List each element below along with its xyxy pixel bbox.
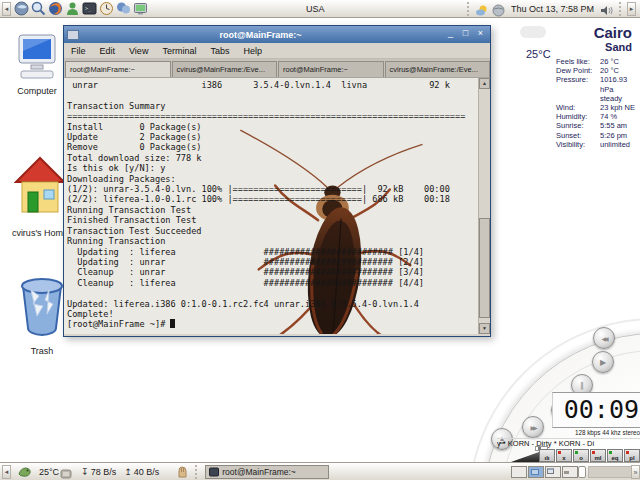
chat-icon[interactable] [116, 1, 131, 16]
panel-hide-left-button[interactable]: ◂ [2, 465, 11, 479]
search-icon[interactable] [31, 1, 46, 16]
weather-temperature: 25°C [526, 48, 551, 60]
player-tab-playlist[interactable]: pl [624, 449, 640, 462]
menu-tabs[interactable]: Tabs [203, 46, 236, 56]
weather-row: Visibility:unlimited [556, 140, 636, 149]
player-time-display: 00:09 [552, 392, 640, 428]
workspace-4[interactable] [562, 466, 578, 478]
netmonitor-icon[interactable] [60, 466, 72, 478]
window-icon [67, 30, 79, 40]
terminal-scrollbar[interactable]: ▲ ▼ [478, 78, 490, 334]
terminal-tab-2[interactable]: cvirus@MainFrame:/Eve... [172, 61, 278, 77]
tray-globe-icon[interactable] [492, 3, 505, 16]
terminal-icon[interactable]: >_ [82, 1, 97, 16]
download-arrow-icon: ↧ [81, 467, 89, 477]
terminal-tabbar: root@MainFrame:~ cvirus@MainFrame:/Eve..… [64, 59, 490, 78]
panel-separator [618, 2, 622, 16]
play-button[interactable]: ▶ [592, 351, 614, 373]
menu-edit[interactable]: Edit [93, 46, 123, 56]
window-list-empty [588, 466, 632, 478]
terminal-icon [209, 467, 219, 477]
panel-overflow-button[interactable]: » [631, 465, 640, 479]
weather-row: Sunset:5:26 pm [556, 131, 636, 140]
player-tab-repeat[interactable]: o [573, 449, 589, 462]
scroll-up-button[interactable]: ▲ [479, 78, 490, 89]
scrollbar-thumb[interactable] [479, 218, 490, 318]
lizard-applet-icon[interactable] [17, 464, 32, 479]
close-button[interactable]: × [474, 28, 487, 41]
hand-applet-icon[interactable] [175, 464, 190, 479]
weather-row: Humidity:74 % [556, 112, 636, 121]
panel-separator [194, 465, 198, 479]
terminal-window: root@MainFrame:~ _ □ × File Edit View Te… [63, 25, 491, 337]
upload-arrow-icon: ↥ [124, 467, 132, 477]
menu-help[interactable]: Help [236, 46, 269, 56]
web-browser-icon[interactable] [14, 1, 29, 16]
terminal-menubar: File Edit View Terminal Tabs Help [64, 43, 490, 59]
terminal-tab-1[interactable]: root@MainFrame:~ [65, 61, 171, 77]
clock-icon[interactable] [99, 1, 114, 16]
panel-hide-left-button[interactable]: ◂ [2, 2, 11, 16]
desktop-icon-label: Trash [14, 346, 70, 356]
display-icon[interactable] [133, 1, 148, 16]
upload-speed: ↥ 40 B/s [124, 467, 159, 477]
panel-temperature: 25°C [39, 467, 59, 477]
weather-row: Pressure:1016.93 hPa [556, 75, 636, 93]
weather-widget: Cairo Sand 25°C Feels like:26 °C Dew Poi… [518, 24, 636, 149]
tray-weather-icon[interactable] [475, 3, 488, 16]
clock[interactable]: Thu Oct 13, 7:58 PM [511, 4, 594, 14]
menu-terminal[interactable]: Terminal [155, 46, 203, 56]
terminal-tab-4[interactable]: cvirus@MainFrame:/Eve... [385, 61, 491, 77]
prev-button[interactable]: ◀◀ [593, 327, 615, 349]
weather-row: Dew Point:20 °C [556, 66, 636, 75]
desktop-icon-computer[interactable]: Computer [8, 34, 66, 96]
player-tabs: ılı x o ml eq pl [539, 449, 640, 462]
terminal-content: unrar i386 3.5.4-0.lvn.1.4 livna 92 k Tr… [64, 78, 490, 334]
panel-hide-right-button[interactable]: ▸ [627, 2, 636, 16]
download-speed: ↧ 78 B/s [81, 467, 116, 477]
workspace-switcher [511, 466, 579, 478]
top-panel: ◂ >_ USA [0, 0, 640, 18]
window-list-item[interactable] [578, 466, 586, 478]
workspace-2-active[interactable] [528, 466, 544, 478]
user-icon[interactable] [65, 1, 80, 16]
terminal-text: unrar i386 3.5.4-0.lvn.1.4 livna 92 k Tr… [67, 80, 465, 330]
trash-icon [19, 276, 65, 340]
menu-file[interactable]: File [64, 46, 93, 56]
panel-separator [466, 2, 470, 16]
player-tab-vis[interactable]: ılı [539, 449, 555, 462]
taskbar-item-terminal[interactable]: root@MainFrame:~ [205, 465, 329, 479]
menu-view[interactable]: View [122, 46, 155, 56]
weather-row: steady [556, 94, 636, 103]
home-icon [14, 152, 66, 222]
player-tab-shuffle[interactable]: x [556, 449, 572, 462]
svg-text:>_: >_ [85, 5, 92, 12]
terminal-titlebar[interactable]: root@MainFrame:~ _ □ × [64, 26, 490, 43]
weather-row: Feels like:26 °C [556, 57, 636, 66]
weather-row: Sunrise:5:55 am [556, 121, 636, 130]
desktop-icon-label: Computer [8, 86, 66, 96]
desktop: ◂ >_ USA [0, 0, 640, 480]
weather-row: Wind:23 kph NE [556, 103, 636, 112]
terminal-tab-3[interactable]: root@MainFrame:~ [278, 61, 384, 77]
desktop-icon-trash[interactable]: Trash [14, 276, 70, 356]
window-title: root@MainFrame:~ [79, 30, 442, 40]
keyboard-layout-indicator[interactable]: USA [306, 4, 325, 14]
speaker-icon[interactable] [600, 3, 613, 16]
minimize-button[interactable]: _ [444, 28, 457, 41]
workspace-3[interactable] [545, 466, 561, 478]
player-tab-main[interactable]: ml [590, 449, 606, 462]
weather-condition-icon [520, 26, 546, 38]
terminal-cursor [170, 319, 175, 328]
bottom-panel: ◂ 25°C ↧ 78 B/s ↥ 40 B/s root@MainFrame:… [0, 462, 640, 480]
maximize-button[interactable]: □ [459, 28, 472, 41]
scroll-down-button[interactable]: ▼ [479, 323, 490, 334]
player-tab-equalizer[interactable]: eq [607, 449, 623, 462]
track-title-scroller: y * KORN - Dirty * KORN - Di [497, 438, 640, 449]
firefox-icon[interactable] [48, 1, 63, 16]
playback-time: 00:09 [564, 395, 639, 424]
workspace-1[interactable] [511, 466, 527, 478]
computer-icon [15, 34, 59, 80]
